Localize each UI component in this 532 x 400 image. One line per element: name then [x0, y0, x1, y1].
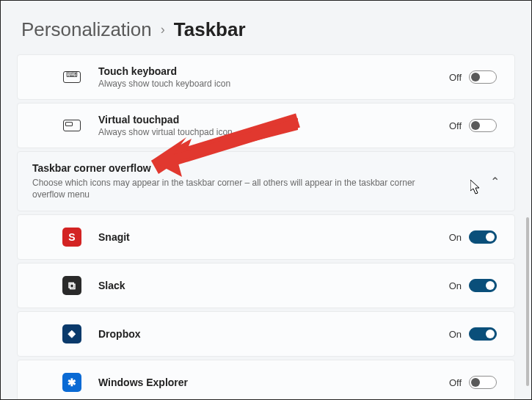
- explorer-icon: ✱: [54, 373, 90, 392]
- toggle-state-label: On: [449, 280, 462, 291]
- snagit-toggle[interactable]: [469, 230, 497, 244]
- slack-icon: ⧉: [54, 276, 90, 295]
- slack-toggle[interactable]: [469, 279, 497, 292]
- overflow-item-snagit[interactable]: SSnagitOn: [17, 214, 515, 260]
- overflow-item-explorer[interactable]: ✱Windows ExplorerOff: [17, 360, 515, 400]
- settings-list: Touch keyboard Always show touch keyboar…: [1, 54, 531, 400]
- row-title: Touch keyboard: [98, 65, 449, 77]
- row-title: Virtual touchpad: [98, 114, 449, 126]
- overflow-item-label: Slack: [98, 280, 449, 291]
- toggle-state-label: On: [449, 232, 462, 243]
- keyboard-icon: [54, 71, 90, 83]
- overflow-item-slack[interactable]: ⧉SlackOn: [17, 263, 515, 308]
- toggle-state-label: Off: [449, 377, 462, 388]
- breadcrumb-current: Taskbar: [174, 18, 246, 41]
- toggle-state-label: On: [449, 329, 462, 340]
- toggle-state-label: Off: [449, 72, 462, 83]
- dropbox-icon: ⯁: [54, 324, 90, 343]
- explorer-toggle[interactable]: [469, 376, 497, 389]
- scrollbar[interactable]: [526, 217, 529, 386]
- chevron-right-icon: ›: [161, 22, 165, 37]
- toggle-state-label: Off: [449, 120, 462, 131]
- virtual-touchpad-toggle[interactable]: [469, 119, 497, 132]
- row-subtitle: Always show touch keyboard icon: [98, 79, 449, 89]
- overflow-item-label: Snagit: [98, 231, 449, 243]
- breadcrumb: Personalization › Taskbar: [1, 1, 531, 54]
- overflow-item-dropbox[interactable]: ⯁DropboxOn: [17, 311, 515, 357]
- row-subtitle: Always show virtual touchpad icon: [98, 127, 449, 137]
- touchpad-icon: [54, 120, 90, 131]
- section-description: Choose which icons may appear in the tas…: [32, 177, 443, 200]
- touch-keyboard-toggle[interactable]: [469, 70, 497, 84]
- snagit-icon: S: [54, 228, 90, 247]
- dropbox-toggle[interactable]: [469, 327, 497, 341]
- row-virtual-touchpad[interactable]: Virtual touchpad Always show virtual tou…: [17, 103, 515, 148]
- chevron-up-icon[interactable]: ⌃: [490, 175, 500, 189]
- row-touch-keyboard[interactable]: Touch keyboard Always show touch keyboar…: [17, 54, 515, 100]
- overflow-item-label: Dropbox: [98, 328, 449, 340]
- section-title: Taskbar corner overflow: [32, 162, 490, 174]
- overflow-item-label: Windows Explorer: [98, 377, 449, 388]
- breadcrumb-parent[interactable]: Personalization: [21, 18, 152, 41]
- section-taskbar-overflow[interactable]: Taskbar corner overflow Choose which ico…: [17, 151, 515, 211]
